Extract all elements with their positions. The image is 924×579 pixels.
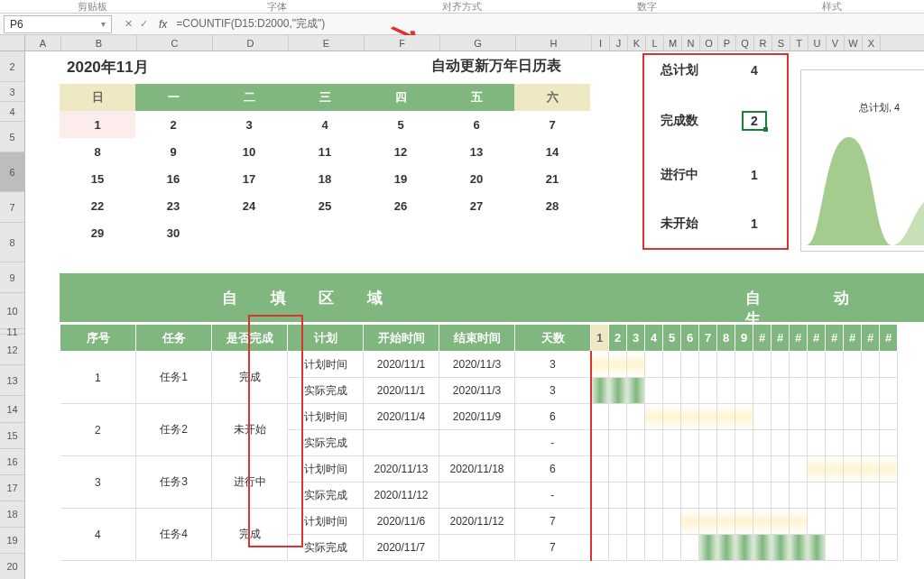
name-box[interactable]: P6 ▾: [4, 15, 112, 33]
col-header-P[interactable]: P: [718, 35, 736, 51]
col-header-D[interactable]: D: [213, 35, 289, 51]
col-header-V[interactable]: V: [827, 35, 845, 51]
row-header-19[interactable]: 19: [0, 528, 24, 554]
col-header-G[interactable]: G: [440, 35, 516, 51]
name-box-value: P6: [10, 18, 23, 31]
fx-icon[interactable]: fx: [157, 18, 172, 31]
col-header-E[interactable]: E: [289, 35, 365, 51]
spreadsheet-canvas[interactable]: 2020年11月 自动更新万年日历表 日一二三四五六 1234567891011…: [25, 51, 924, 579]
row-header-7[interactable]: 7: [0, 192, 24, 223]
row-header-15[interactable]: 15: [0, 423, 24, 449]
row-header-17[interactable]: 17: [0, 475, 24, 501]
col-header-L[interactable]: L: [646, 35, 664, 51]
section-banner: 自 填 区 域 自 动 生: [60, 273, 924, 322]
row-header-13[interactable]: 13: [0, 365, 24, 396]
auto-update-label: 自动更新万年日历表: [431, 57, 561, 76]
col-header-Q[interactable]: Q: [736, 35, 754, 51]
row-header-14[interactable]: 14: [0, 396, 24, 423]
col-header-B[interactable]: B: [61, 35, 137, 51]
row-header-10[interactable]: 10: [0, 293, 24, 329]
row-header-20[interactable]: 20: [0, 554, 24, 579]
col-header-F[interactable]: F: [365, 35, 440, 51]
row-header-6[interactable]: 6: [0, 152, 24, 192]
cancel-icon[interactable]: ✕: [125, 18, 133, 30]
row-header-9[interactable]: 9: [0, 262, 24, 293]
summary-chart: 总计划, 4 完: [800, 69, 924, 252]
task-table: 序号任务是否完成计划开始时间结束时间天数123456789######## 1任…: [60, 324, 898, 561]
row-header-3[interactable]: 3: [0, 82, 24, 102]
row-header-5[interactable]: 5: [0, 122, 24, 152]
confirm-icon[interactable]: ✓: [140, 18, 148, 30]
col-header-I[interactable]: I: [592, 35, 610, 51]
column-headers[interactable]: ABCDEFGHIJKLMNOPQRSTUVWX: [0, 35, 924, 51]
col-header-N[interactable]: N: [682, 35, 700, 51]
col-header-A[interactable]: A: [25, 35, 61, 51]
formula-input[interactable]: [172, 15, 924, 33]
col-header-H[interactable]: H: [516, 35, 592, 51]
chevron-down-icon[interactable]: ▾: [101, 19, 106, 29]
formula-bar: P6 ▾ ✕ ✓ fx: [0, 14, 924, 35]
row-header-8[interactable]: 8: [0, 223, 24, 262]
col-header-O[interactable]: O: [700, 35, 718, 51]
month-title: 2020年11月: [67, 57, 149, 78]
ribbon-group-labels: 剪贴板 字体 对齐方式 数字 样式: [0, 0, 924, 14]
col-header-W[interactable]: W: [845, 35, 863, 51]
summary-box: 总计划4完成数2进行中1未开始1: [642, 53, 789, 250]
col-header-C[interactable]: C: [137, 35, 213, 51]
col-header-T[interactable]: T: [790, 35, 808, 51]
col-header-J[interactable]: J: [610, 35, 628, 51]
row-header-2[interactable]: 2: [0, 51, 24, 82]
col-header-K[interactable]: K: [628, 35, 646, 51]
row-header-4[interactable]: 4: [0, 102, 24, 122]
row-header-12[interactable]: 12: [0, 335, 24, 365]
col-header-M[interactable]: M: [664, 35, 682, 51]
row-header-18[interactable]: 18: [0, 501, 24, 528]
row-header-16[interactable]: 16: [0, 449, 24, 475]
calendar: 日一二三四五六 12345678910111213141516171819202…: [60, 84, 590, 246]
col-header-U[interactable]: U: [808, 35, 827, 51]
col-header-R[interactable]: R: [754, 35, 772, 51]
col-header-S[interactable]: S: [772, 35, 790, 51]
row-headers[interactable]: 2345678910111213141516171819202122: [0, 51, 25, 579]
col-header-X[interactable]: X: [863, 35, 881, 51]
banner-left-text: 自 填 区 域: [222, 288, 397, 308]
